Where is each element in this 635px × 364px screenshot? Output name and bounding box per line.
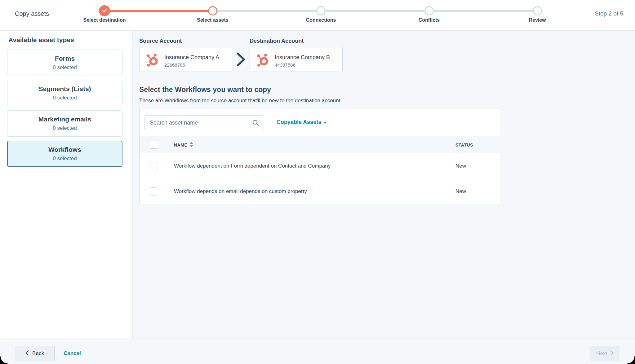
- step-indicator: Step 2 of 5: [595, 10, 623, 17]
- copyable-assets-dropdown[interactable]: Copyable Assets: [277, 119, 327, 125]
- asset-status: New: [455, 179, 466, 204]
- destination-account-name: Insurance Company B: [275, 54, 330, 61]
- step-label-review: Review: [491, 17, 584, 23]
- search-field-wrapper: [144, 115, 263, 130]
- source-account-id: 22668786: [164, 62, 185, 68]
- sidebar-asset-types: Available asset types Forms 0 selected S…: [0, 31, 133, 339]
- column-header-name[interactable]: NAME: [174, 136, 193, 154]
- row-checkbox[interactable]: [150, 187, 158, 195]
- step-label-select-assets: Select assets: [166, 17, 259, 23]
- step-circle-connections: [316, 6, 326, 15]
- chevron-right-icon: [610, 350, 614, 357]
- copyable-assets-label: Copyable Assets: [277, 119, 321, 125]
- chevron-left-icon: [25, 350, 29, 357]
- source-account-name: Insurance Company A: [164, 54, 219, 61]
- source-account-card: Insurance Company A 22668786: [139, 47, 232, 72]
- row-checkbox[interactable]: [150, 162, 158, 170]
- stepper-connector: [429, 10, 537, 12]
- source-account-label: Source Account: [139, 38, 182, 44]
- caret-down-icon: [324, 122, 327, 124]
- asset-type-label: Segments (Lists): [38, 85, 91, 93]
- wizard-header: Copy assets Select destination Select as…: [0, 0, 635, 31]
- asset-type-count: 0 selected: [53, 64, 77, 71]
- screen-corner: [0, 356, 8, 364]
- page-title: Copy assets: [15, 10, 49, 17]
- sort-icon: [189, 142, 193, 148]
- destination-account-id: 44397586: [275, 62, 295, 68]
- step-circle-review: [533, 6, 542, 15]
- next-button-label: Next: [596, 350, 607, 357]
- sidebar-heading: Available asset types: [8, 36, 74, 44]
- cancel-link[interactable]: Cancel: [64, 346, 81, 361]
- section-heading: Select the Workflows you want to copy: [139, 86, 271, 94]
- asset-type-count: 0 selected: [53, 95, 77, 101]
- asset-status: New: [455, 153, 466, 179]
- back-button[interactable]: Back: [15, 346, 55, 361]
- asset-name: Workflow dependent on Form dependent on …: [174, 153, 331, 179]
- check-icon: [102, 8, 107, 14]
- asset-type-card-forms[interactable]: Forms 0 selected: [7, 50, 122, 76]
- asset-type-card-marketing-emails[interactable]: Marketing emails 0 selected: [7, 110, 122, 137]
- step-label-select-destination: Select destination: [58, 17, 151, 23]
- step-label-connections: Connections: [274, 17, 367, 23]
- table-row[interactable]: Workflow dependent on Form dependent on …: [140, 153, 500, 179]
- wizard-footer: Back Cancel Next: [0, 339, 635, 364]
- search-icon: [252, 119, 259, 127]
- table-row[interactable]: Workflow depends on email depends on cus…: [140, 179, 500, 204]
- step-circle-select-destination: [99, 5, 110, 16]
- asset-type-card-segments[interactable]: Segments (Lists) 0 selected: [7, 80, 122, 106]
- asset-type-card-workflows[interactable]: Workflows 0 selected: [7, 141, 122, 167]
- copy-assets-wizard: Copy assets Select destination Select as…: [0, 0, 635, 364]
- destination-account-card: Insurance Company B 44397586: [250, 47, 343, 72]
- destination-account-label: Destination Account: [250, 38, 304, 44]
- asset-type-label: Marketing emails: [38, 116, 91, 123]
- stepper-connector: [213, 10, 321, 12]
- step-circle-select-assets: [208, 6, 217, 15]
- hubspot-sprocket-icon: [145, 53, 159, 68]
- step-circle-conflicts: [424, 6, 434, 15]
- asset-name: Workflow depends on email depends on cus…: [174, 179, 307, 204]
- search-input[interactable]: [144, 115, 263, 130]
- arrow-right-icon: [236, 52, 246, 68]
- step-label-conflicts: Conflicts: [383, 17, 476, 23]
- section-description: These are Workflows from the source acco…: [139, 98, 342, 104]
- screen-corner: [627, 356, 635, 364]
- asset-type-label: Workflows: [48, 146, 81, 153]
- select-all-checkbox[interactable]: [150, 141, 158, 149]
- stepper-connector: [104, 10, 213, 12]
- asset-type-label: Forms: [55, 55, 75, 62]
- column-header-status: STATUS: [455, 136, 473, 154]
- assets-panel: Copyable Assets NAME STATUS Workflow dep…: [139, 108, 500, 204]
- main-content: Source Account Insurance Company A 226: [133, 31, 635, 339]
- hubspot-sprocket-icon: [255, 53, 270, 68]
- stepper-connector: [321, 10, 429, 12]
- back-button-label: Back: [32, 350, 44, 357]
- column-header-name-label: NAME: [174, 143, 187, 147]
- asset-type-count: 0 selected: [53, 125, 77, 131]
- next-button[interactable]: Next: [590, 346, 619, 361]
- asset-type-count: 0 selected: [53, 156, 77, 162]
- table-header-row: NAME STATUS: [140, 136, 500, 153]
